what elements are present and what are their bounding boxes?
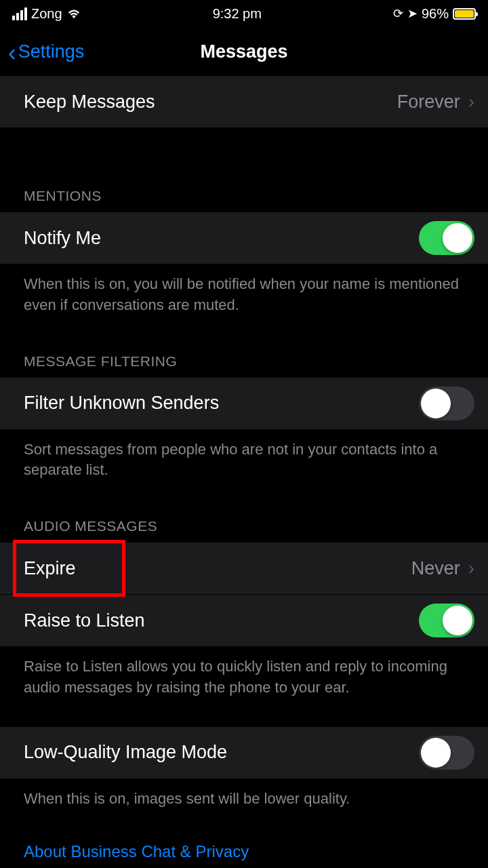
about-link[interactable]: About Business Chat & Privacy	[0, 810, 488, 868]
keep-messages-row[interactable]: Keep Messages Forever ›	[0, 76, 488, 128]
raise-listen-label: Raise to Listen	[24, 610, 145, 631]
back-button[interactable]: ‹ Settings	[8, 40, 84, 64]
mentions-footer: When this is on, you will be notified wh…	[0, 264, 488, 316]
chevron-right-icon: ›	[468, 557, 474, 579]
expire-value: Never	[411, 558, 460, 579]
low-quality-toggle[interactable]	[419, 736, 474, 770]
status-time: 9:32 pm	[213, 6, 262, 22]
notify-me-row[interactable]: Notify Me	[0, 212, 488, 264]
expire-row[interactable]: Expire Never ›	[0, 542, 488, 595]
location-icon: ➤	[407, 6, 418, 21]
signal-icon	[12, 7, 27, 20]
notify-me-label: Notify Me	[24, 228, 101, 249]
raise-listen-toggle[interactable]	[419, 604, 474, 637]
filter-unknown-row[interactable]: Filter Unknown Senders	[0, 378, 488, 430]
chevron-right-icon: ›	[468, 91, 474, 113]
filtering-header: MESSAGE FILTERING	[0, 353, 488, 378]
carrier-name: Zong	[31, 6, 62, 22]
filter-unknown-label: Filter Unknown Senders	[24, 393, 219, 414]
rotation-lock-icon: ⟳	[393, 6, 403, 21]
filtering-footer: Sort messages from people who are not in…	[0, 430, 488, 481]
battery-icon	[453, 8, 476, 20]
low-quality-footer: When this is on, images sent will be low…	[0, 779, 488, 810]
wifi-icon	[66, 7, 81, 20]
expire-label: Expire	[24, 558, 76, 579]
battery-percent: 96%	[422, 6, 449, 22]
audio-header: AUDIO MESSAGES	[0, 518, 488, 542]
status-left: Zong	[12, 6, 81, 22]
status-right: ⟳ ➤ 96%	[393, 6, 476, 22]
nav-bar: ‹ Settings Messages	[0, 27, 488, 76]
keep-messages-label: Keep Messages	[24, 92, 155, 113]
keep-messages-value: Forever	[397, 92, 460, 113]
notify-me-toggle[interactable]	[419, 221, 474, 255]
chevron-left-icon: ‹	[8, 40, 16, 64]
raise-listen-row[interactable]: Raise to Listen	[0, 595, 488, 647]
raise-footer: Raise to Listen allows you to quickly li…	[0, 647, 488, 698]
filter-unknown-toggle[interactable]	[419, 387, 474, 420]
back-label: Settings	[18, 41, 85, 62]
low-quality-label: Low-Quality Image Mode	[24, 742, 227, 763]
low-quality-row[interactable]: Low-Quality Image Mode	[0, 727, 488, 779]
mentions-header: MENTIONS	[0, 188, 488, 212]
status-bar: Zong 9:32 pm ⟳ ➤ 96%	[0, 0, 488, 27]
